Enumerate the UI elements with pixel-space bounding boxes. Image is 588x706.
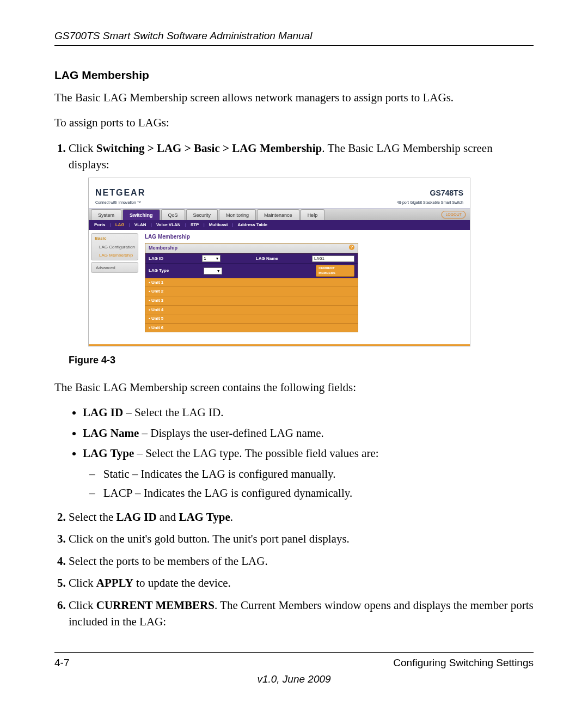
model-desc: 48-port Gigabit Stackable Smart Switch	[397, 200, 463, 205]
field-lag-type-name: LAG Type	[83, 447, 134, 460]
logout-button[interactable]: LOGOUT	[442, 211, 465, 218]
field-lag-type: LAG Type – Select the LAG type. The poss…	[83, 445, 534, 502]
model-name: GS748TS	[430, 188, 463, 197]
step-6: Click CURRENT MEMBERS. The Current Membe…	[69, 597, 534, 630]
netgear-logo: NETGEAR Connect with Innovation ™	[95, 184, 145, 206]
step5-pre: Click	[69, 576, 96, 589]
subtab-lag[interactable]: LAG	[115, 222, 125, 228]
tab-system[interactable]: System	[91, 209, 121, 220]
page-footer: 4-7 Configuring Switching Settings	[54, 652, 534, 669]
step1-path: Switching > LAG > Basic > LAG Membership	[96, 142, 322, 155]
subtab-stp[interactable]: STP	[191, 222, 199, 228]
step2-b2: LAG Type	[179, 510, 230, 524]
label-lag-type: LAG Type	[145, 264, 200, 277]
brand-tagline: Connect with Innovation ™	[95, 200, 145, 205]
footer-page-number: 4-7	[54, 657, 69, 669]
lag-id-select[interactable]: 1▼	[202, 255, 220, 262]
sidebar-item-lag-configuration[interactable]: LAG Configuration	[91, 243, 138, 252]
step2-post: .	[230, 510, 233, 524]
intro-paragraph: The Basic LAG Membership screen allows n…	[54, 89, 534, 106]
subtab-multicast[interactable]: Multicast	[209, 222, 228, 228]
unit-row-3[interactable]: Unit 3	[145, 296, 358, 305]
lag-id-value: 1	[204, 256, 206, 261]
step-3: Click on the unit's gold button. The uni…	[69, 531, 534, 547]
running-header: GS700TS Smart Switch Software Administra…	[54, 30, 534, 46]
sidebar: Basic LAG Configuration LAG Membership A…	[89, 230, 140, 344]
sidebar-item-advanced[interactable]: Advanced	[91, 263, 138, 273]
current-members-button[interactable]: CURRENT MEMBERS	[316, 265, 354, 276]
unit-row-4[interactable]: Unit 4	[145, 305, 358, 314]
content-title: LAG Membership	[145, 233, 465, 241]
subtab-address-table[interactable]: Address Table	[238, 222, 268, 228]
tab-security[interactable]: Security	[186, 209, 218, 220]
sidebar-item-lag-membership[interactable]: LAG Membership	[91, 251, 138, 260]
tab-maintenance[interactable]: Maintenance	[257, 209, 299, 220]
step-4: Select the ports to be members of the LA…	[69, 553, 534, 569]
field-type-lacp: LACP – Indicates the LAG is configured d…	[101, 485, 534, 502]
tab-monitoring[interactable]: Monitoring	[219, 209, 256, 220]
field-lag-type-desc: – Select the LAG type. The possible fiel…	[134, 447, 378, 460]
field-lag-id-name: LAG ID	[83, 406, 123, 419]
unit-row-6[interactable]: Unit 6	[145, 323, 358, 332]
tab-switching[interactable]: Switching	[122, 209, 160, 220]
brand-text: NETGEAR	[95, 188, 145, 197]
section-heading: LAG Membership	[54, 69, 534, 82]
step-5: Click APPLY to update the device.	[69, 575, 534, 591]
step1-prefix: Click	[69, 142, 96, 155]
field-lag-name: LAG Name – Displays the user-defined LAG…	[83, 425, 534, 442]
unit-row-2[interactable]: Unit 2	[145, 287, 358, 296]
sub-tabs: Ports| LAG| VLAN| Voice VLAN| STP| Multi…	[89, 220, 470, 230]
figure-screenshot: NETGEAR Connect with Innovation ™ GS748T…	[88, 178, 534, 346]
subtab-vlan[interactable]: VLAN	[134, 222, 146, 228]
step-1: Click Switching > LAG > Basic > LAG Memb…	[69, 140, 534, 367]
field-lag-name-desc: – Displays the user-defined LAG name.	[139, 427, 324, 440]
footer-version: v1.0, June 2009	[54, 673, 534, 685]
lag-name-input[interactable]: LAG1	[312, 255, 354, 262]
membership-panel: Membership ? LAG ID 1▼ LA	[145, 243, 358, 332]
lead-in: To assign ports to LAGs:	[54, 114, 534, 131]
field-lag-name-name: LAG Name	[83, 427, 139, 440]
footer-section-title: Configuring Switching Settings	[393, 657, 534, 669]
step5-post: to update the device.	[133, 576, 231, 589]
sidebar-group-basic[interactable]: Basic	[91, 234, 138, 243]
field-type-static: Static – Indicates the LAG is configured…	[101, 466, 534, 483]
step2-pre: Select the	[69, 510, 116, 524]
step6-pre: Click	[69, 599, 96, 612]
step-2: Select the LAG ID and LAG Type.	[69, 509, 534, 525]
unit-row-5[interactable]: Unit 5	[145, 314, 358, 323]
figure-caption: Figure 4-3	[69, 353, 534, 367]
step6-b: CURRENT MEMBERS	[96, 599, 215, 612]
help-icon[interactable]: ?	[349, 245, 354, 250]
label-lag-id: LAG ID	[145, 254, 199, 263]
tab-qos[interactable]: QoS	[161, 209, 185, 220]
subtab-ports[interactable]: Ports	[94, 222, 105, 228]
tab-help[interactable]: Help	[301, 209, 325, 220]
model-label: GS748TS 48-port Gigabit Stackable Smart …	[397, 184, 463, 206]
unit-row-1[interactable]: Unit 1	[145, 278, 358, 287]
fields-intro: The Basic LAG Membership screen contains…	[54, 379, 534, 395]
step5-b: APPLY	[96, 576, 133, 589]
step2-mid: and	[157, 510, 179, 524]
lag-type-select[interactable]: ▼	[204, 267, 222, 275]
panel-head-label: Membership	[149, 245, 177, 252]
subtab-voice-vlan[interactable]: Voice VLAN	[156, 222, 181, 228]
field-lag-id: LAG ID – Select the LAG ID.	[83, 404, 534, 422]
step2-b1: LAG ID	[116, 510, 156, 524]
main-tabs: System Switching QoS Security Monitoring…	[89, 209, 470, 220]
field-lag-id-desc: – Select the LAG ID.	[123, 406, 223, 419]
label-lag-name: LAG Name	[253, 254, 309, 263]
